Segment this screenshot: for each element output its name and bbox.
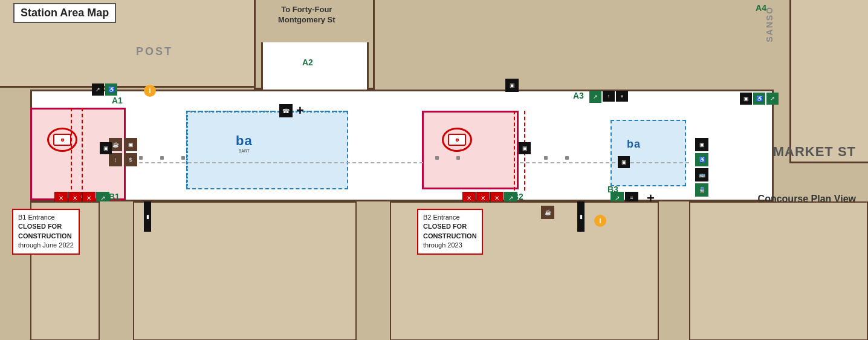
bart-logo-left: ba BART (236, 133, 253, 153)
right-concourse-icons: ▣ ♿ 🚌 🚆 (695, 138, 708, 197)
top-right-building (789, 0, 868, 163)
coffee-icon-right: ☕ (541, 206, 554, 219)
turnstile-center: ⊗ (442, 128, 472, 152)
atm-icon: $ (124, 153, 137, 166)
top-center-icon: ▣ (505, 79, 519, 92)
a3-escalator-icon: ↑ (603, 91, 615, 102)
pillar-5 (456, 156, 460, 160)
center-station-area: ⊗ (422, 111, 519, 189)
bottom-far-right-block (689, 201, 868, 340)
phone-icon: ☎ (279, 104, 293, 117)
red-gate-right (82, 108, 83, 201)
pillar-3 (181, 156, 185, 160)
b2-notice-line3: through 2023 (423, 241, 462, 249)
b2-notice-line1: CLOSED FOR (423, 222, 477, 231)
entrance-b3-label: B3 (607, 185, 618, 194)
entrance-b2-label: B2 (513, 192, 523, 201)
blue-gate-left-v (186, 111, 188, 189)
bart-logo-right: ba (627, 138, 641, 151)
post-street-label: POST (136, 45, 173, 58)
forty-four-label: To Forty-FourMontgomery St (278, 5, 335, 25)
pillar-4 (435, 156, 439, 160)
bottom-center-block (133, 201, 357, 340)
left-concourse-icons: ☕ ▣ ↕ $ (109, 138, 137, 166)
b1-notice-box: B1 Entrance CLOSED FOR CONSTRUCTION thro… (12, 209, 80, 255)
a4-accessible-icon: ♿ (753, 93, 765, 105)
a1-accessible-icon: ♿ (105, 83, 117, 96)
fare-line-right (520, 162, 689, 163)
seating-icon: ▣ (124, 138, 137, 151)
pillar-2 (160, 156, 164, 160)
entrance-a3-label: A3 (573, 91, 584, 100)
right-train-icon: 🚆 (695, 183, 708, 197)
market-st-label: MARKET ST (773, 144, 856, 160)
fare-line-left (133, 162, 423, 163)
right-accessible-icon: ♿ (695, 153, 708, 166)
bart-area-right: ba (611, 120, 686, 186)
a1-exit-icon: ↗ (92, 83, 104, 96)
faregate-center-icon: ▣ (519, 142, 531, 154)
b2-notice-header: B2 Entrance (423, 214, 460, 221)
vertical-bar-b2: ▮ (577, 201, 585, 232)
station-title-box: Station Area Map (13, 3, 116, 23)
entrance-a2-label: A2 (302, 57, 313, 67)
pillar-7 (565, 156, 569, 160)
a3-icons: ↗ ↑ ≡ (589, 91, 628, 103)
entrance-a1-label: A1 (112, 96, 123, 105)
faregate-left-icon: ▣ (100, 142, 112, 154)
right-bag-icon: ▣ (695, 138, 708, 151)
red-gate-left (71, 108, 72, 201)
pillar-1 (139, 156, 143, 160)
red-gate-center-left (514, 111, 515, 191)
a3-exit-icon: ↗ (589, 91, 601, 103)
entrance-b1-label: B1 (109, 192, 120, 201)
b1-notice-line2: CONSTRUCTION (18, 232, 74, 241)
bart-area-left: ba BART (186, 111, 348, 189)
station-title-text: Station Area Map (21, 7, 109, 19)
top-walkway (261, 42, 369, 90)
a3-stairs-icon: ≡ (616, 91, 628, 102)
entrance-a4-label: A4 (756, 3, 766, 13)
a4-bag-icon: ▣ (740, 93, 752, 105)
right-bus-icon: 🚌 (695, 168, 708, 181)
b2-notice-line2: CONSTRUCTION (423, 232, 477, 241)
elevator-icon: ↕ (109, 153, 122, 166)
a1-icons: ↗ ♿ (92, 83, 117, 96)
turnstile-left: ⊗ (47, 128, 77, 152)
faregate-right-icon: ▣ (618, 156, 630, 168)
b2-notice-box: B2 Entrance CLOSED FOR CONSTRUCTION thro… (417, 209, 483, 255)
vertical-bar-b1: ▮ (144, 201, 151, 232)
a4-icons: ▣ ♿ ↗ (740, 93, 779, 105)
pillar-6 (544, 156, 548, 160)
blue-gate-left-h (186, 111, 348, 113)
b1-notice-line1: CLOSED FOR (18, 222, 74, 231)
info-icon-a1: i (144, 85, 156, 97)
info-icon-right: i (594, 215, 606, 227)
plus-sign-top: + (296, 103, 304, 119)
map-container: POST To Forty-FourMontgomery St SANSO ⊗ … (0, 0, 868, 340)
a4-exit-icon: ↗ (766, 93, 779, 105)
b1-notice-line3: through June 2022 (18, 241, 74, 249)
b1-notice-header: B1 Entrance (18, 214, 55, 221)
